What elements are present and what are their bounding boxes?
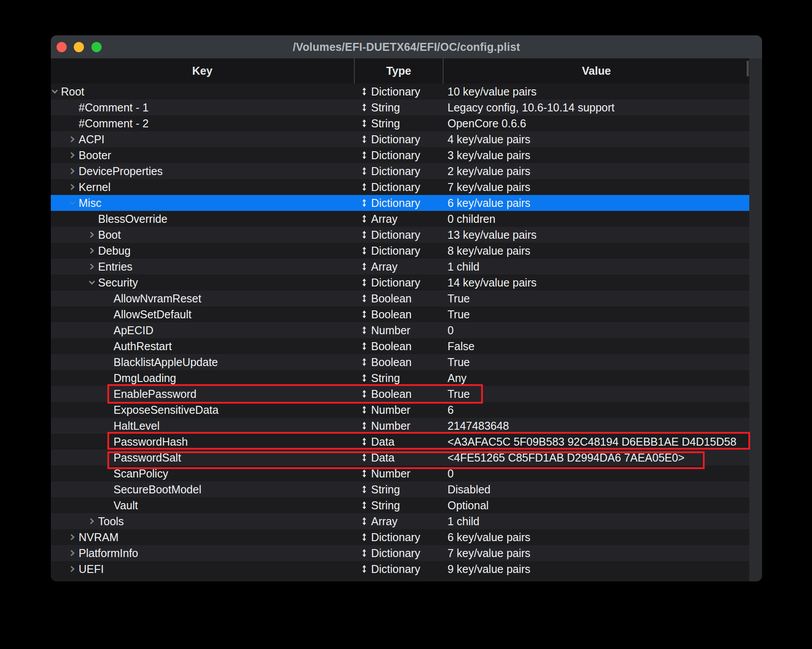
type-dropdown[interactable]: Boolean xyxy=(354,338,443,354)
type-dropdown[interactable]: Number xyxy=(354,322,443,338)
type-dropdown[interactable]: Dictionary xyxy=(354,163,443,179)
value-cell[interactable]: 8 key/value pairs xyxy=(443,243,749,259)
value-cell[interactable]: True xyxy=(443,290,749,306)
minimize-button[interactable] xyxy=(74,42,84,52)
chevron-right-icon[interactable] xyxy=(69,136,79,143)
type-dropdown[interactable]: Number xyxy=(354,402,443,418)
table-row[interactable]: NVRAMDictionary6 key/value pairs xyxy=(51,529,749,545)
type-dropdown[interactable]: Dictionary xyxy=(354,179,443,195)
type-dropdown[interactable]: Dictionary xyxy=(354,545,443,561)
type-dropdown[interactable]: String xyxy=(354,115,443,131)
type-dropdown[interactable]: String xyxy=(354,99,443,115)
table-row[interactable]: AllowNvramResetBooleanTrue xyxy=(51,290,749,306)
column-header-value[interactable]: Value xyxy=(443,58,749,84)
table-row[interactable]: AuthRestartBooleanFalse xyxy=(51,338,749,354)
scrollbar-track[interactable] xyxy=(749,58,762,581)
chevron-down-icon[interactable] xyxy=(69,199,79,206)
chevron-right-icon[interactable] xyxy=(88,247,98,254)
value-cell[interactable]: 10 key/value pairs xyxy=(443,84,749,99)
value-cell[interactable]: 0 children xyxy=(443,211,749,227)
chevron-down-icon[interactable] xyxy=(51,88,61,95)
table-row[interactable]: VaultStringOptional xyxy=(51,497,749,513)
chevron-right-icon[interactable] xyxy=(88,518,98,525)
value-cell[interactable]: Any xyxy=(443,370,749,386)
chevron-right-icon[interactable] xyxy=(69,152,79,159)
type-dropdown[interactable]: Dictionary xyxy=(354,195,443,211)
table-row[interactable]: KernelDictionary7 key/value pairs xyxy=(51,179,749,195)
table-row[interactable]: BootDictionary13 key/value pairs xyxy=(51,227,749,243)
chevron-right-icon[interactable] xyxy=(69,168,79,175)
value-cell[interactable]: 6 key/value pairs xyxy=(443,529,749,545)
table-row[interactable]: UEFIDictionary9 key/value pairs xyxy=(51,561,749,577)
value-cell[interactable]: 1 child xyxy=(443,513,749,529)
type-dropdown[interactable]: Dictionary xyxy=(354,84,443,99)
value-cell[interactable]: 3 key/value pairs xyxy=(443,147,749,163)
value-cell[interactable]: 13 key/value pairs xyxy=(443,227,749,243)
type-dropdown[interactable]: String xyxy=(354,481,443,497)
value-cell[interactable]: Optional xyxy=(443,497,749,513)
table-row[interactable]: #Comment - 1StringLegacy config, 10.6-10… xyxy=(51,99,749,115)
value-cell[interactable]: 0 xyxy=(443,322,749,338)
type-dropdown[interactable]: Dictionary xyxy=(354,529,443,545)
titlebar[interactable]: /Volumes/EFI-DUETX64/EFI/OC/config.plist xyxy=(51,35,762,59)
table-row[interactable]: ToolsArray1 child xyxy=(51,513,749,529)
column-header-type[interactable]: Type xyxy=(354,58,443,84)
close-button[interactable] xyxy=(57,42,67,52)
type-dropdown[interactable]: String xyxy=(354,497,443,513)
type-dropdown[interactable]: Boolean xyxy=(354,354,443,370)
value-cell[interactable]: 6 key/value pairs xyxy=(443,195,749,211)
type-dropdown[interactable]: Dictionary xyxy=(354,227,443,243)
value-cell[interactable]: False xyxy=(443,338,749,354)
type-dropdown[interactable]: Dictionary xyxy=(354,561,443,577)
table-row[interactable]: BooterDictionary3 key/value pairs xyxy=(51,147,749,163)
value-cell[interactable]: Legacy config, 10.6-10.14 support xyxy=(443,99,749,115)
value-cell[interactable]: 7 key/value pairs xyxy=(443,545,749,561)
table-row[interactable]: ApECIDNumber0 xyxy=(51,322,749,338)
table-row[interactable]: BlacklistAppleUpdateBooleanTrue xyxy=(51,354,749,370)
chevron-right-icon[interactable] xyxy=(88,263,98,270)
table-row[interactable]: BlessOverrideArray0 children xyxy=(51,211,749,227)
column-header-key[interactable]: Key xyxy=(51,58,354,84)
chevron-right-icon[interactable] xyxy=(69,183,79,191)
table-row[interactable]: DebugDictionary8 key/value pairs xyxy=(51,243,749,259)
chevron-right-icon[interactable] xyxy=(69,565,79,573)
type-dropdown[interactable]: Dictionary xyxy=(354,275,443,290)
value-cell[interactable]: 7 key/value pairs xyxy=(443,179,749,195)
table-row[interactable]: DmgLoadingStringAny xyxy=(51,370,749,386)
table-row[interactable]: SecureBootModelStringDisabled xyxy=(51,481,749,497)
value-cell[interactable]: True xyxy=(443,354,749,370)
table-row[interactable]: HaltLevelNumber2147483648 xyxy=(51,418,749,434)
table-row[interactable]: SecurityDictionary14 key/value pairs xyxy=(51,275,749,290)
type-dropdown[interactable]: Array xyxy=(354,259,443,275)
table-row[interactable]: DevicePropertiesDictionary2 key/value pa… xyxy=(51,163,749,179)
value-cell[interactable]: 1 child xyxy=(443,259,749,275)
scrollbar-thumb[interactable] xyxy=(747,61,749,76)
value-cell[interactable]: Disabled xyxy=(443,481,749,497)
table-row[interactable]: PlatformInfoDictionary7 key/value pairs xyxy=(51,545,749,561)
chevron-right-icon[interactable] xyxy=(88,231,98,238)
type-dropdown[interactable]: Array xyxy=(354,513,443,529)
value-cell[interactable]: 6 xyxy=(443,402,749,418)
table-row[interactable]: EntriesArray1 child xyxy=(51,259,749,275)
chevron-down-icon[interactable] xyxy=(88,279,98,286)
type-dropdown[interactable]: Boolean xyxy=(354,290,443,306)
zoom-button[interactable] xyxy=(91,42,102,52)
value-cell[interactable]: 2 key/value pairs xyxy=(443,163,749,179)
value-cell[interactable]: True xyxy=(443,386,749,402)
type-dropdown[interactable]: Dictionary xyxy=(354,131,443,147)
type-dropdown[interactable]: Dictionary xyxy=(354,147,443,163)
value-cell[interactable]: True xyxy=(443,306,749,322)
chevron-right-icon[interactable] xyxy=(69,534,79,541)
value-cell[interactable]: OpenCore 0.6.6 xyxy=(443,115,749,131)
table-row[interactable]: ExposeSensitiveDataNumber6 xyxy=(51,402,749,418)
table-row[interactable]: AllowSetDefaultBooleanTrue xyxy=(51,306,749,322)
type-dropdown[interactable]: Boolean xyxy=(354,306,443,322)
table-row[interactable]: ACPIDictionary4 key/value pairs xyxy=(51,131,749,147)
value-cell[interactable]: 4 key/value pairs xyxy=(443,131,749,147)
type-dropdown[interactable]: Array xyxy=(354,211,443,227)
value-cell[interactable]: 14 key/value pairs xyxy=(443,275,749,290)
table-row[interactable]: MiscDictionary6 key/value pairs xyxy=(51,195,749,211)
chevron-right-icon[interactable] xyxy=(69,550,79,557)
type-dropdown[interactable]: Number xyxy=(354,418,443,434)
type-dropdown[interactable]: String xyxy=(354,370,443,386)
